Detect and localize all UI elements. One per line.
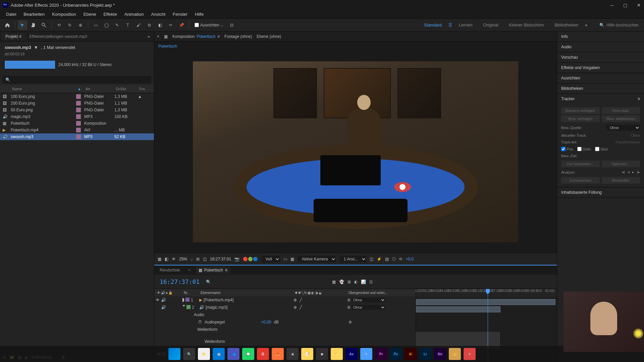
- dropdown-icon[interactable]: ▼: [34, 45, 38, 50]
- project-tab[interactable]: Projekt ≡: [1, 33, 25, 40]
- audiopegel-value[interactable]: +0,00: [261, 320, 271, 324]
- snap-checkbox[interactable]: [195, 23, 199, 27]
- reset-exposure-icon[interactable]: ⟲: [399, 257, 402, 261]
- audio-switch-icon[interactable]: 🔊: [161, 291, 165, 295]
- asset-row-selected[interactable]: 🔊 swoosh.mp3 MP3 52 KB: [0, 133, 154, 140]
- mask-icon[interactable]: ◧: [165, 257, 168, 261]
- taskbar-editor[interactable]: ✎: [360, 348, 372, 360]
- motion-blur-icon[interactable]: ◐: [354, 280, 358, 284]
- stamp-tool[interactable]: ⧉: [145, 20, 154, 30]
- sort-icon[interactable]: ▲: [77, 87, 81, 91]
- motion-source-select[interactable]: Ohne: [606, 125, 640, 131]
- taskbar-illustrator[interactable]: Ai: [405, 348, 417, 360]
- apply-button[interactable]: Anwenden: [602, 177, 640, 184]
- zoom-dropdown-icon[interactable]: ⌵: [191, 257, 193, 261]
- asset-row[interactable]: ▦ Pokertisch Komposition: [0, 120, 154, 127]
- taskbar-obs[interactable]: ⏺: [316, 348, 328, 360]
- orbit-tool[interactable]: ⟲: [54, 20, 64, 30]
- zoom-level[interactable]: 25%: [179, 257, 187, 261]
- renderqueue-tab[interactable]: Renderliste: [157, 266, 183, 274]
- composition-tab[interactable]: Komposition Pokertisch ≡: [172, 34, 220, 39]
- warp-stab-button[interactable]: Verkr.stab.: [602, 107, 640, 114]
- asset-row[interactable]: 🖼 100 Euro.png PNG-Datei 1,3 MB ▲: [0, 93, 154, 100]
- menu-hilfe[interactable]: Hilfe: [192, 10, 207, 18]
- hand-tool[interactable]: [29, 20, 38, 30]
- transparency-icon[interactable]: ▦: [164, 34, 168, 39]
- tracker-panel[interactable]: Tracker≡: [557, 94, 644, 104]
- audio-group[interactable]: Audio: [194, 312, 204, 317]
- graph-icon[interactable]: 📊: [361, 280, 366, 284]
- menu-datei[interactable]: Datei: [3, 10, 19, 18]
- panel-more-icon[interactable]: »: [145, 34, 153, 39]
- taskbar-firefox[interactable]: 🦊: [272, 348, 284, 360]
- asset-row[interactable]: 🖼 50 Euro.png PNG-Datei 1,3 MB: [0, 107, 154, 113]
- lock-icon[interactable]: ×: [157, 34, 159, 39]
- label-color[interactable]: [76, 114, 81, 119]
- frame-blend-icon[interactable]: ⊞: [347, 280, 351, 284]
- selection-tool[interactable]: [18, 20, 27, 30]
- mask-mode-icon[interactable]: ⊡: [227, 20, 236, 30]
- taskbar-premiere[interactable]: Pr: [375, 348, 387, 360]
- col-size[interactable]: Größe: [114, 86, 138, 92]
- alpha-icon[interactable]: ▦: [158, 257, 161, 261]
- channel-icon[interactable]: 🔴🟢🔵: [243, 257, 258, 261]
- rotate-tool[interactable]: ↻: [65, 20, 74, 30]
- menu-bearbeiten[interactable]: Bearbeiten: [20, 10, 48, 18]
- taskbar-app4[interactable]: ▼: [464, 348, 476, 360]
- roto-tool[interactable]: ✂: [166, 20, 175, 30]
- start-button[interactable]: [168, 348, 180, 360]
- label-color[interactable]: [76, 128, 81, 132]
- pos-checkbox[interactable]: [561, 147, 566, 151]
- col-type[interactable]: Art: [84, 86, 114, 92]
- grid-icon[interactable]: ⊞: [196, 257, 200, 261]
- taskbar-app[interactable]: G: [257, 348, 269, 360]
- workspace-lernen[interactable]: Lernen: [455, 21, 476, 29]
- rect-tool[interactable]: ▭: [91, 20, 100, 30]
- preview-panel[interactable]: Vorschau: [557, 52, 644, 62]
- project-search[interactable]: 🔍: [3, 76, 151, 83]
- col-name[interactable]: Name: [11, 86, 76, 92]
- behind-tool[interactable]: ⊕: [76, 20, 85, 30]
- ellipse-tool[interactable]: ◯: [102, 20, 111, 30]
- timeline-icon[interactable]: ▤: [385, 257, 389, 261]
- exposure-value[interactable]: +0,0: [406, 257, 414, 261]
- shy-icon[interactable]: 👻: [339, 280, 344, 284]
- snap-dropdown-icon[interactable]: ⌵: [221, 23, 223, 27]
- brainstorm-icon[interactable]: ⊡: [369, 280, 373, 284]
- menu-ansicht[interactable]: Ansicht: [148, 10, 169, 18]
- guides-icon[interactable]: ◫: [203, 257, 207, 261]
- current-timecode[interactable]: 16:27:37:01: [154, 278, 205, 285]
- taskbar-lightroom[interactable]: Lr: [419, 348, 431, 360]
- label-color[interactable]: [76, 134, 81, 139]
- pixel-aspect-icon[interactable]: ◫: [370, 257, 373, 261]
- asset-row[interactable]: ▶ Pokertisch.mp4 AVI ... MB: [0, 127, 154, 133]
- taskbar-whatsapp[interactable]: 💬: [242, 348, 254, 360]
- analyse-fwd-1-icon[interactable]: |▸: [637, 170, 640, 174]
- audio-panel[interactable]: Audio: [557, 42, 644, 52]
- roi-icon[interactable]: ▭: [283, 257, 287, 261]
- solo-switch-icon[interactable]: ●: [166, 291, 168, 295]
- taskbar-explorer[interactable]: 📁: [198, 348, 210, 360]
- stabilize-button[interactable]: Bew. stabilisieren: [602, 115, 640, 122]
- resolution-select[interactable]: Voll: [261, 256, 280, 262]
- flowchart-icon[interactable]: ⬡: [392, 257, 395, 261]
- eraser-tool[interactable]: ◧: [155, 20, 165, 30]
- taskbar-folder[interactable]: 📁: [331, 348, 343, 360]
- track-motion-button[interactable]: Bew. verfolgen: [561, 115, 600, 122]
- workspace-original[interactable]: Original: [479, 21, 502, 29]
- menu-komposition[interactable]: Komposition: [49, 10, 79, 18]
- camera-select[interactable]: Aktive Kamera: [298, 256, 336, 262]
- label-color[interactable]: [76, 101, 81, 106]
- preview-timecode[interactable]: 16:27:37:01: [210, 257, 231, 261]
- comp-breadcrumb[interactable]: Pokertisch: [154, 42, 557, 51]
- keyframe-nav-icon[interactable]: ⊚: [348, 320, 352, 324]
- label-color[interactable]: [76, 94, 81, 99]
- label-color[interactable]: [76, 121, 81, 126]
- taskbar-teams[interactable]: 👥: [227, 348, 239, 360]
- fast-preview-icon[interactable]: ⚡: [377, 257, 382, 261]
- puppet-tool[interactable]: 📌: [177, 20, 186, 30]
- lock-switch-icon[interactable]: 🔒: [168, 291, 172, 295]
- footage-tab[interactable]: Footage (ohne): [224, 34, 252, 39]
- workspace-menu-icon[interactable]: ☰: [448, 23, 452, 27]
- comp-mini-icon[interactable]: ▦: [332, 280, 336, 284]
